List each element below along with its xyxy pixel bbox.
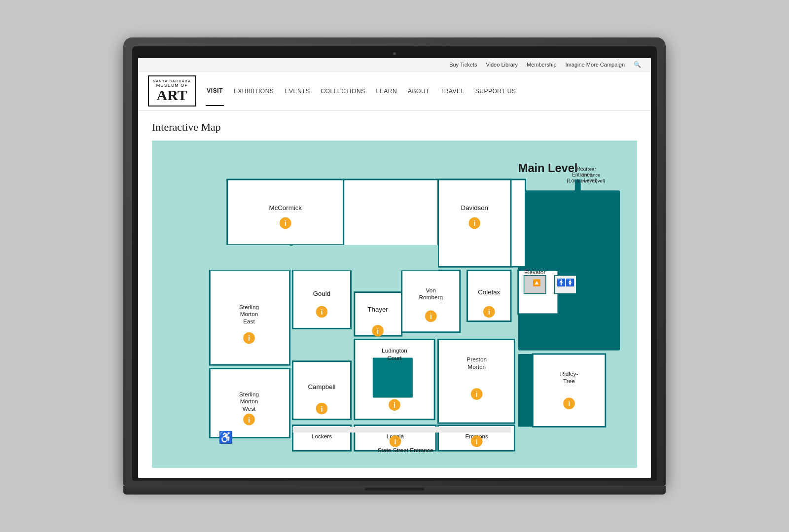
laptop-lid: Buy Tickets Video Library Membership Ima… [123, 37, 666, 486]
svg-text:i: i [248, 335, 250, 343]
laptop-container: Buy Tickets Video Library Membership Ima… [123, 37, 666, 495]
screen: Buy Tickets Video Library Membership Ima… [138, 58, 651, 478]
header: SANTA BARBARA MUSEUM OF ART VISIT EXHIBI… [138, 71, 651, 111]
svg-rect-25 [293, 427, 511, 433]
screen-bezel: Buy Tickets Video Library Membership Ima… [132, 46, 657, 481]
svg-text:State Street Entrance: State Street Entrance [378, 447, 433, 454]
main-nav: VISIT EXHIBITIONS EVENTS COLLECTIONS LEA… [206, 76, 517, 106]
svg-text:♿: ♿ [218, 430, 233, 444]
website: Buy Tickets Video Library Membership Ima… [138, 58, 651, 478]
svg-text:i: i [285, 220, 287, 228]
svg-text:Thayer: Thayer [367, 306, 388, 314]
svg-text:Morton: Morton [467, 363, 486, 370]
svg-text:Colefax: Colefax [478, 288, 500, 296]
svg-rect-30 [210, 245, 289, 271]
svg-text:Morton: Morton [240, 311, 258, 318]
svg-rect-26 [518, 354, 533, 427]
svg-text:Preston: Preston [466, 356, 487, 363]
svg-rect-11 [402, 271, 460, 332]
top-bar: Buy Tickets Video Library Membership Ima… [138, 58, 651, 71]
logo-art-text: ART [153, 88, 191, 103]
svg-rect-21 [533, 354, 606, 427]
nav-support[interactable]: SUPPORT US [474, 77, 517, 106]
svg-text:Tree: Tree [563, 378, 575, 385]
page-title: Interactive Map [152, 121, 637, 134]
svg-text:🔼: 🔼 [533, 279, 541, 287]
svg-text:West: West [243, 405, 256, 412]
nav-learn[interactable]: LEARN [375, 77, 398, 106]
nav-collections[interactable]: COLLECTIONS [320, 77, 366, 106]
svg-text:Von: Von [426, 287, 436, 294]
svg-text:Sterling: Sterling [239, 304, 259, 311]
svg-text:Gould: Gould [313, 290, 330, 297]
svg-text:i: i [377, 327, 379, 335]
svg-text:East: East [243, 318, 255, 325]
svg-rect-19 [373, 358, 413, 398]
svg-text:i: i [488, 309, 490, 317]
svg-rect-9 [293, 271, 351, 329]
imagine-more-link[interactable]: Imagine More Campaign [566, 62, 625, 68]
svg-text:i: i [476, 390, 478, 398]
svg-text:Lockers: Lockers [312, 433, 332, 440]
svg-text:Elevator: Elevator [524, 269, 545, 276]
nav-about[interactable]: ABOUT [407, 77, 430, 106]
laptop-base [123, 486, 666, 495]
svg-text:i: i [394, 438, 396, 446]
svg-text:Court: Court [388, 355, 402, 361]
svg-text:i: i [473, 220, 475, 228]
svg-text:i: i [394, 401, 395, 409]
svg-rect-7 [227, 179, 344, 245]
page-content: Interactive Map Main Level Rear Entranc [138, 111, 651, 478]
svg-text:i: i [430, 313, 432, 320]
svg-text:i: i [321, 309, 323, 317]
svg-text:Morton: Morton [240, 398, 258, 405]
nav-events[interactable]: EVENTS [284, 77, 311, 106]
buy-tickets-link[interactable]: Buy Tickets [449, 62, 477, 68]
svg-rect-20 [438, 340, 515, 424]
svg-text:Entrance: Entrance [581, 172, 600, 177]
interactive-map-svg: Main Level Rear Entrance (Lower Level) [162, 150, 627, 456]
map-container: Main Level Rear Entrance (Lower Level) [152, 141, 637, 468]
svg-text:Davidson: Davidson [461, 204, 488, 212]
svg-text:i: i [568, 400, 570, 408]
svg-text:Ridley-: Ridley- [560, 371, 578, 378]
svg-text:🚹🚺: 🚹🚺 [557, 278, 575, 287]
membership-link[interactable]: Membership [527, 62, 557, 68]
search-icon[interactable]: 🔍 [634, 61, 641, 68]
svg-rect-29 [293, 245, 438, 271]
svg-text:Ludington: Ludington [382, 347, 407, 354]
svg-text:(Lower Level): (Lower Level) [576, 178, 605, 183]
svg-text:Rear: Rear [586, 167, 597, 172]
camera-dot [393, 52, 396, 55]
svg-text:i: i [321, 405, 323, 413]
svg-text:Romberg: Romberg [419, 294, 443, 301]
main-level-label: Main Level [518, 162, 578, 175]
svg-text:Campbell: Campbell [308, 383, 335, 390]
video-library-link[interactable]: Video Library [486, 62, 518, 68]
svg-text:McCormick: McCormick [269, 204, 302, 212]
svg-text:Sterling: Sterling [239, 391, 259, 398]
logo-top-text: SANTA BARBARA [153, 79, 191, 83]
nav-exhibitions[interactable]: EXHIBITIONS [233, 77, 275, 106]
svg-text:i: i [248, 416, 250, 424]
logo[interactable]: SANTA BARBARA MUSEUM OF ART [148, 75, 196, 106]
svg-text:i: i [476, 438, 478, 446]
nav-visit[interactable]: VISIT [206, 76, 224, 106]
nav-travel[interactable]: TRAVEL [439, 77, 466, 106]
